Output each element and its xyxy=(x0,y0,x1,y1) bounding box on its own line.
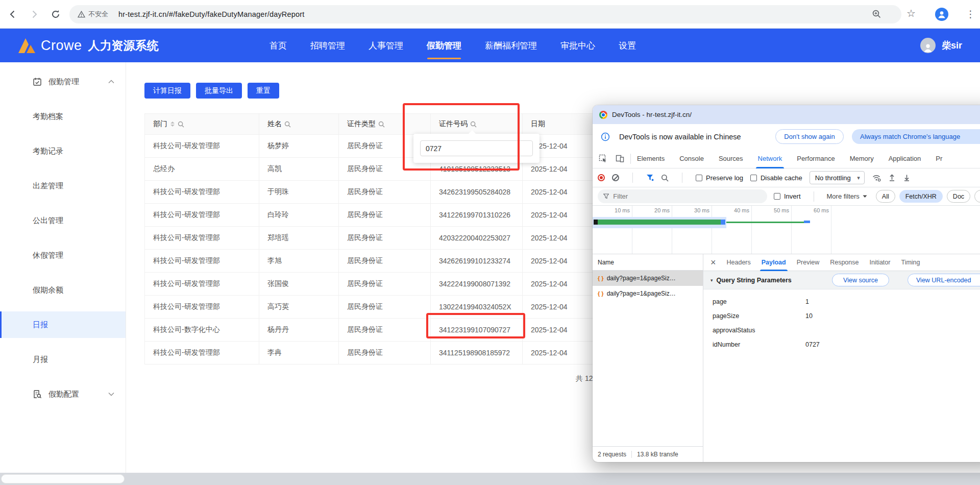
request-row[interactable]: { } daily?page=1&pageSiz… xyxy=(593,271,703,286)
table-header-cell[interactable]: 证件类型 xyxy=(339,114,431,134)
invert-checkbox[interactable] xyxy=(774,193,780,200)
zoom-indicator-icon[interactable] xyxy=(872,9,881,19)
view-source-button[interactable]: View source xyxy=(832,274,889,286)
throttling-select[interactable]: No throttling xyxy=(810,171,865,184)
sidebar-item[interactable]: 日报 xyxy=(0,307,126,342)
disable-cache-toggle[interactable]: Disable cache xyxy=(750,174,802,182)
nav-item[interactable]: 首页 xyxy=(270,29,287,62)
section-collapse-icon[interactable]: ▾ xyxy=(710,278,713,283)
request-type-chip[interactable]: All xyxy=(876,190,895,203)
details-tab[interactable]: Payload xyxy=(762,254,786,271)
column-search-icon[interactable] xyxy=(470,121,477,128)
cell-department: 科技公司-研发管理部 xyxy=(145,273,259,295)
network-filter-input[interactable] xyxy=(613,192,762,200)
sidebar-item[interactable]: 月报 xyxy=(0,342,126,377)
invert-toggle[interactable]: Invert xyxy=(774,192,801,200)
search-icon[interactable] xyxy=(661,174,669,182)
profile-avatar-icon[interactable] xyxy=(935,8,948,21)
table-header-cell[interactable]: 证件号码 xyxy=(431,114,523,134)
cell-department: 科技公司-研发管理部 xyxy=(145,342,259,364)
reload-icon[interactable] xyxy=(47,6,64,23)
details-tab[interactable]: Response xyxy=(830,254,859,271)
devtools-title: DevTools - hr-test.zjf-it.cn/ xyxy=(612,111,692,118)
details-tab[interactable]: Preview xyxy=(797,254,819,271)
column-search-icon[interactable] xyxy=(378,121,385,128)
id-number-filter-input[interactable] xyxy=(420,140,533,156)
request-type-chip[interactable]: C xyxy=(974,190,980,203)
back-icon[interactable] xyxy=(4,6,21,23)
devtools-panel-tab[interactable]: Console xyxy=(679,149,704,168)
requests-name-header[interactable]: Name xyxy=(593,254,703,271)
details-tab[interactable]: Headers xyxy=(727,254,751,271)
sidebar-item[interactable]: 假期余额 xyxy=(0,273,126,307)
device-toolbar-icon[interactable] xyxy=(616,154,624,163)
nav-item[interactable]: 薪酬福利管理 xyxy=(485,29,537,62)
action-button[interactable]: 计算日报 xyxy=(144,83,190,99)
view-url-encoded-button[interactable]: View URL-encoded xyxy=(908,274,980,286)
devtools-titlebar[interactable]: DevTools - hr-test.zjf-it.cn/ xyxy=(593,105,980,124)
devtools-panel-tab[interactable]: Performance xyxy=(797,149,835,168)
sidebar-item[interactable]: 公出管理 xyxy=(0,203,126,238)
export-har-icon[interactable] xyxy=(903,174,911,182)
filter-funnel-icon[interactable] xyxy=(646,174,654,181)
request-type-chip[interactable]: Fetch/XHR xyxy=(899,190,943,203)
import-har-icon[interactable] xyxy=(888,174,896,182)
action-button[interactable]: 重置 xyxy=(248,83,279,99)
nav-item[interactable]: 招聘管理 xyxy=(310,29,345,62)
sidebar-item[interactable]: 考勤档案 xyxy=(0,99,126,134)
bookmark-star-icon[interactable]: ☆ xyxy=(906,7,916,19)
column-search-icon[interactable] xyxy=(178,121,184,128)
cell-id-number: 342224199008071392 xyxy=(431,273,523,295)
devtools-panel-tab[interactable]: Network xyxy=(758,149,782,168)
dont-show-again-button[interactable]: Don't show again xyxy=(775,129,844,144)
column-search-icon[interactable] xyxy=(284,121,291,128)
preserve-log-checkbox[interactable] xyxy=(696,175,702,181)
inspect-element-icon[interactable] xyxy=(599,154,607,163)
sidebar-item[interactable]: 休假管理 xyxy=(0,238,126,273)
sort-icon[interactable] xyxy=(170,122,175,127)
nav-item[interactable]: 设置 xyxy=(619,29,636,62)
devtools-panel-tab[interactable]: Sources xyxy=(719,149,743,168)
sidebar-item[interactable]: 假勤配置 xyxy=(0,377,126,411)
info-icon xyxy=(601,132,610,141)
scrollbar-thumb[interactable] xyxy=(1,474,125,483)
action-button[interactable]: 批量导出 xyxy=(196,83,242,99)
match-language-button[interactable]: Always match Chrome's language xyxy=(852,129,980,144)
devtools-panel-tab[interactable]: Application xyxy=(889,149,921,168)
horizontal-scrollbar[interactable] xyxy=(0,473,980,485)
cell-id-number: 342623199505284028 xyxy=(431,181,523,203)
security-badge[interactable]: 不安全 xyxy=(78,10,108,19)
address-bar[interactable]: 不安全 hr-test.zjf-it.cn/#/fakeDuty/fakeDut… xyxy=(69,5,901,23)
network-filter-field[interactable] xyxy=(598,189,767,203)
browser-menu-icon[interactable]: ⋮ xyxy=(966,8,975,21)
details-tab[interactable]: Initiator xyxy=(869,254,890,271)
sidebar-item[interactable]: 考勤记录 xyxy=(0,134,126,168)
more-filters-button[interactable]: More filters xyxy=(827,192,867,200)
devtools-panel-tab[interactable]: Elements xyxy=(637,149,665,168)
nav-item[interactable]: 假勤管理 xyxy=(427,29,461,62)
sidebar-item[interactable]: 假勤管理 xyxy=(0,64,126,99)
details-tab[interactable]: Timing xyxy=(901,254,920,271)
more-filters-label: More filters xyxy=(827,192,860,200)
devtools-panel-tab[interactable]: Pr xyxy=(936,149,942,168)
disable-cache-checkbox[interactable] xyxy=(750,175,757,181)
request-row[interactable]: { } daily?page=1&pageSiz… xyxy=(593,286,703,301)
close-details-icon[interactable]: × xyxy=(710,258,716,267)
record-network-log-icon[interactable] xyxy=(598,174,605,181)
nav-item[interactable]: 审批中心 xyxy=(560,29,595,62)
sidebar-item[interactable]: 出差管理 xyxy=(0,168,126,203)
clear-network-log-icon[interactable] xyxy=(612,174,619,181)
forward-icon[interactable] xyxy=(26,6,43,23)
query-string-section-header[interactable]: ▾ Query String Parameters View source Vi… xyxy=(703,271,980,289)
user-menu[interactable]: 柴sir xyxy=(920,29,962,62)
devtools-panel-tab[interactable]: Memory xyxy=(850,149,874,168)
network-conditions-icon[interactable] xyxy=(872,174,881,182)
network-overview-timeline[interactable]: 10 ms20 ms30 ms40 ms50 ms60 ms xyxy=(593,206,980,254)
preserve-log-toggle[interactable]: Preserve log xyxy=(696,174,743,182)
request-type-chip[interactable]: Doc xyxy=(947,190,970,203)
table-header-cell[interactable]: 部门 xyxy=(145,114,259,134)
crowe-logo-icon xyxy=(17,37,36,54)
table-header-cell[interactable]: 姓名 xyxy=(259,114,339,134)
param-name: idNumber xyxy=(703,341,805,348)
nav-item[interactable]: 人事管理 xyxy=(369,29,403,62)
